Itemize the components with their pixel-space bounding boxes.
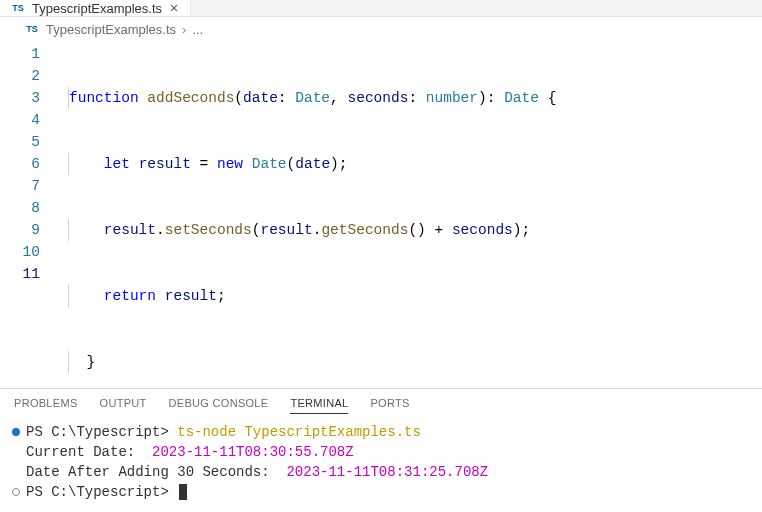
bottom-panel: PROBLEMS OUTPUT DEBUG CONSOLE TERMINAL P… — [0, 388, 762, 512]
line-number: 5 — [0, 131, 40, 153]
breadcrumb-rest: ... — [192, 22, 203, 37]
editor-tab-bar: TS TypescriptExamples.ts × — [0, 0, 762, 17]
line-number: 1 — [0, 43, 40, 65]
tab-filename: TypescriptExamples.ts — [32, 1, 162, 16]
tab-terminal[interactable]: TERMINAL — [290, 397, 348, 414]
terminal-output-label: Current Date: — [26, 442, 152, 462]
tab-debug-console[interactable]: DEBUG CONSOLE — [169, 397, 269, 414]
terminal-command: ts-node TypescriptExamples.ts — [177, 422, 421, 442]
chevron-right-icon: › — [182, 22, 186, 37]
line-number: 10 — [0, 241, 40, 263]
terminal-line: Date After Adding 30 Seconds: 2023-11-11… — [12, 462, 752, 482]
typescript-file-icon: TS — [10, 0, 26, 16]
line-gutter: 1 2 3 4 5 6 7 8 9 10 11 — [0, 41, 58, 388]
code-area[interactable]: function addSeconds(date: Date, seconds:… — [58, 41, 762, 388]
line-number: 9 — [0, 219, 40, 241]
line-number: 11 — [0, 263, 40, 285]
terminal[interactable]: PS C:\Typescript> ts-node TypescriptExam… — [0, 420, 762, 512]
line-number: 4 — [0, 109, 40, 131]
code-line[interactable]: function addSeconds(date: Date, seconds:… — [58, 87, 762, 109]
terminal-prompt: PS C:\Typescript> — [26, 482, 177, 502]
code-line[interactable]: } — [58, 351, 762, 373]
terminal-output-value: 2023-11-11T08:30:55.708Z — [152, 442, 354, 462]
idle-prompt-icon — [12, 488, 20, 496]
active-prompt-icon — [12, 428, 20, 436]
line-number: 6 — [0, 153, 40, 175]
panel-tab-bar: PROBLEMS OUTPUT DEBUG CONSOLE TERMINAL P… — [0, 389, 762, 420]
breadcrumb[interactable]: TS TypescriptExamples.ts › ... — [0, 17, 762, 41]
code-line[interactable]: return result; — [58, 285, 762, 307]
line-number: 8 — [0, 197, 40, 219]
terminal-line: Current Date: 2023-11-11T08:30:55.708Z — [12, 442, 752, 462]
code-line[interactable]: result.setSeconds(result.getSeconds() + … — [58, 219, 762, 241]
tab-problems[interactable]: PROBLEMS — [14, 397, 78, 414]
tab-ports[interactable]: PORTS — [370, 397, 409, 414]
code-line[interactable]: let result = new Date(date); — [58, 153, 762, 175]
cursor-icon — [179, 484, 187, 500]
editor-tab-typescriptexamples[interactable]: TS TypescriptExamples.ts × — [0, 0, 191, 16]
terminal-output-value: 2023-11-11T08:31:25.708Z — [286, 462, 488, 482]
terminal-line: PS C:\Typescript> — [12, 482, 752, 502]
terminal-output-label: Date After Adding 30 Seconds: — [26, 462, 286, 482]
typescript-file-icon: TS — [24, 21, 40, 37]
close-icon[interactable]: × — [168, 0, 180, 16]
breadcrumb-filename: TypescriptExamples.ts — [46, 22, 176, 37]
line-number: 7 — [0, 175, 40, 197]
line-number: 3 — [0, 87, 40, 109]
terminal-prompt: PS C:\Typescript> — [26, 422, 177, 442]
tab-output[interactable]: OUTPUT — [100, 397, 147, 414]
terminal-line: PS C:\Typescript> ts-node TypescriptExam… — [12, 422, 752, 442]
code-editor[interactable]: 1 2 3 4 5 6 7 8 9 10 11 function addSeco… — [0, 41, 762, 388]
line-number: 2 — [0, 65, 40, 87]
